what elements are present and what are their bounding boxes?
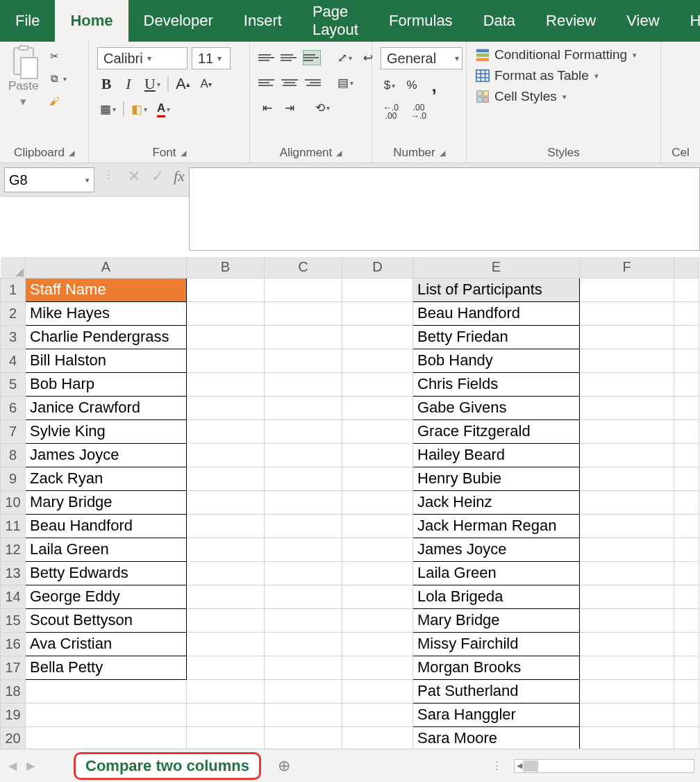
cell-B12[interactable]	[187, 538, 265, 561]
cell-E3[interactable]: Betty Friedan	[413, 325, 580, 349]
row-header-20[interactable]: 20	[1, 726, 26, 749]
cell-D19[interactable]	[342, 703, 413, 726]
tab-nav-prev[interactable]: ◀	[6, 759, 19, 772]
cell-D4[interactable]	[342, 349, 413, 372]
cell-B8[interactable]	[187, 443, 265, 467]
cell-E17[interactable]: Morgan Brooks	[413, 656, 580, 679]
row-header-13[interactable]: 13	[1, 561, 26, 585]
cell-B9[interactable]	[187, 467, 265, 490]
cell-F17[interactable]	[580, 656, 674, 679]
orientation-button[interactable]: ⤢▾	[335, 47, 355, 68]
scroll-thumb[interactable]	[524, 760, 538, 772]
row-header-5[interactable]: 5	[1, 372, 26, 396]
cell-G14[interactable]	[674, 585, 699, 608]
borders-button[interactable]: ▦▾	[97, 99, 119, 119]
cell-B7[interactable]	[187, 419, 265, 443]
cell-E4[interactable]: Bob Handy	[413, 349, 580, 372]
cell-D12[interactable]	[342, 538, 413, 561]
cell-C20[interactable]	[265, 726, 342, 749]
cell-B19[interactable]	[187, 703, 265, 726]
increase-indent-button[interactable]: ⇥	[281, 97, 299, 118]
cell-C15[interactable]	[265, 608, 342, 632]
cell-G8[interactable]	[674, 443, 699, 467]
cell-A2[interactable]: Mike Hayes	[26, 301, 187, 325]
cell-E5[interactable]: Chris Fields	[413, 372, 580, 396]
menu-tab-insert[interactable]: Insert	[228, 0, 297, 42]
cell-B16[interactable]	[187, 632, 265, 656]
menu-tab-help[interactable]: Help	[675, 0, 700, 42]
cut-button[interactable]: ✂	[47, 49, 67, 64]
tab-split-handle[interactable]: ⋮	[491, 758, 504, 773]
cell-C4[interactable]	[265, 349, 342, 372]
row-header-15[interactable]: 15	[1, 608, 26, 632]
cell-C3[interactable]	[265, 325, 342, 349]
grow-font-button[interactable]: A▴	[173, 74, 193, 94]
font-color-button[interactable]: A▾	[154, 99, 173, 119]
cell-F3[interactable]	[580, 325, 674, 349]
cell-C8[interactable]	[265, 443, 342, 467]
scroll-left-icon[interactable]: ◀	[515, 760, 524, 772]
cell-C10[interactable]	[265, 490, 342, 514]
cell-E12[interactable]: James Joyce	[413, 538, 580, 561]
col-header-C[interactable]: C	[265, 257, 342, 278]
cell-styles-button[interactable]: Cell Styles▾	[475, 89, 567, 104]
col-header-next[interactable]	[674, 257, 699, 278]
menu-tab-view[interactable]: View	[611, 0, 674, 42]
cell-G2[interactable]	[674, 301, 699, 325]
cell-A9[interactable]: Zack Ryan	[26, 467, 187, 490]
cell-F4[interactable]	[580, 349, 674, 372]
percent-button[interactable]: %	[403, 75, 421, 96]
cell-B13[interactable]	[187, 561, 265, 585]
row-header-14[interactable]: 14	[1, 585, 26, 608]
align-left-button[interactable]	[258, 75, 276, 90]
cell-F19[interactable]	[580, 703, 674, 726]
menu-tab-review[interactable]: Review	[531, 0, 611, 42]
cell-E19[interactable]: Sara Hanggler	[413, 703, 580, 726]
cell-C18[interactable]	[265, 679, 342, 703]
cell-A10[interactable]: Mary Bridge	[26, 490, 187, 514]
cell-E6[interactable]: Gabe Givens	[413, 396, 580, 419]
cell-B1[interactable]	[187, 278, 265, 301]
row-header-12[interactable]: 12	[1, 538, 26, 561]
row-header-1[interactable]: 1	[1, 278, 26, 301]
cell-D7[interactable]	[342, 419, 413, 443]
col-header-A[interactable]: A	[26, 257, 187, 278]
menu-tab-file[interactable]: File	[0, 0, 55, 42]
font-name-combo[interactable]: Calibri▾	[97, 47, 188, 69]
cell-C5[interactable]	[265, 372, 342, 396]
menu-tab-developer[interactable]: Developer	[128, 0, 228, 42]
cell-C16[interactable]	[265, 632, 342, 656]
row-header-3[interactable]: 3	[1, 325, 26, 349]
cell-A1[interactable]: Staff Name	[26, 278, 187, 301]
row-header-16[interactable]: 16	[1, 632, 26, 656]
cell-D10[interactable]	[342, 490, 413, 514]
cell-F6[interactable]	[580, 396, 674, 419]
cell-G15[interactable]	[674, 608, 699, 632]
number-format-combo[interactable]: General▾	[381, 47, 462, 69]
cell-G4[interactable]	[674, 349, 699, 372]
row-header-9[interactable]: 9	[1, 467, 26, 490]
cell-B15[interactable]	[187, 608, 265, 632]
cell-D16[interactable]	[342, 632, 413, 656]
cell-F9[interactable]	[580, 467, 674, 490]
align-top-button[interactable]	[258, 50, 276, 65]
sheet-tab-active[interactable]: Compare two columns	[74, 752, 261, 780]
cell-E15[interactable]: Mary Bridge	[413, 608, 580, 632]
row-header-11[interactable]: 11	[1, 514, 26, 538]
cell-B3[interactable]	[187, 325, 265, 349]
increase-decimal-button[interactable]: ←.0.00	[381, 101, 401, 122]
cell-D8[interactable]	[342, 443, 413, 467]
col-header-E[interactable]: E	[413, 257, 580, 278]
cell-A4[interactable]: Bill Halston	[26, 349, 187, 372]
comma-button[interactable]: ,	[425, 75, 443, 96]
align-center-button[interactable]	[281, 75, 299, 90]
cell-G6[interactable]	[674, 396, 699, 419]
cell-C11[interactable]	[265, 514, 342, 538]
cell-C17[interactable]	[265, 656, 342, 679]
cell-B20[interactable]	[187, 726, 265, 749]
horizontal-scrollbar[interactable]: ◀	[514, 759, 694, 773]
cell-C12[interactable]	[265, 538, 342, 561]
currency-button[interactable]: $▾	[381, 75, 399, 96]
cell-E13[interactable]: Laila Green	[413, 561, 580, 585]
add-sheet-button[interactable]: ⊕	[278, 757, 290, 775]
